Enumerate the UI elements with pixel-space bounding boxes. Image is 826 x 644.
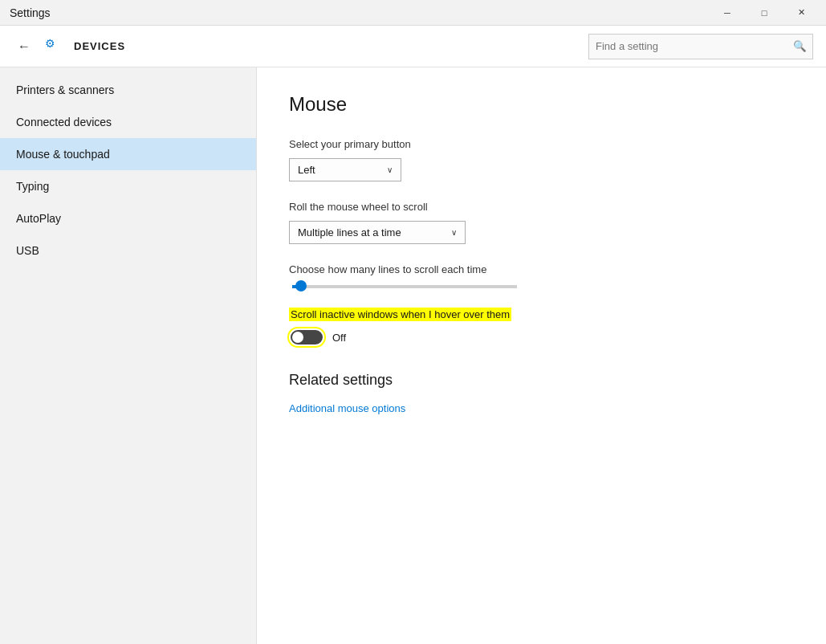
primary-button-section: Select your primary button Left ∨: [289, 138, 794, 181]
search-box[interactable]: 🔍: [588, 34, 813, 59]
content-area: Mouse Select your primary button Left ∨ …: [257, 67, 826, 644]
toggle-state-label: Off: [332, 332, 346, 344]
search-input[interactable]: [589, 40, 787, 52]
main-layout: Printers & scanners Connected devices Mo…: [0, 67, 826, 644]
additional-mouse-options-link[interactable]: Additional mouse options: [289, 402, 405, 414]
scroll-wheel-value: Multiple lines at a time: [298, 226, 401, 238]
chevron-down-icon: ∨: [387, 165, 393, 174]
search-button[interactable]: 🔍: [787, 34, 812, 59]
scroll-inactive-toggle[interactable]: [289, 328, 324, 346]
titlebar-left: Settings: [10, 6, 51, 19]
sidebar-item-label: Mouse & touchpad: [16, 148, 110, 161]
lines-scroll-section: Choose how many lines to scroll each tim…: [289, 263, 794, 288]
scroll-inactive-section: Scroll inactive windows when I hover ove…: [289, 308, 794, 346]
app-title: DEVICES: [74, 40, 125, 52]
sidebar-item-label: Typing: [16, 180, 49, 193]
maximize-button[interactable]: □: [746, 0, 783, 26]
minimize-button[interactable]: ─: [709, 0, 746, 26]
scroll-wheel-dropdown[interactable]: Multiple lines at a time ∨: [289, 221, 466, 244]
titlebar-title: Settings: [10, 6, 51, 19]
sidebar-item-typing[interactable]: Typing: [0, 170, 256, 202]
toggle-row: Off: [289, 328, 794, 346]
app-header: ← ⚙ DEVICES 🔍: [0, 26, 826, 67]
toggle-knob: [292, 332, 303, 343]
primary-button-label: Select your primary button: [289, 138, 794, 150]
scroll-inactive-label: Scroll inactive windows when I hover ove…: [289, 308, 511, 321]
related-settings-title: Related settings: [289, 372, 794, 389]
sidebar-item-usb[interactable]: USB: [0, 234, 256, 267]
scroll-wheel-label: Roll the mouse wheel to scroll: [289, 201, 794, 213]
primary-button-value: Left: [298, 164, 315, 176]
sidebar-item-label: AutoPlay: [16, 212, 61, 225]
slider-thumb[interactable]: [295, 280, 307, 291]
sidebar: Printers & scanners Connected devices Mo…: [0, 67, 257, 644]
sidebar-item-printers[interactable]: Printers & scanners: [0, 74, 256, 106]
close-button[interactable]: ✕: [783, 0, 820, 26]
titlebar: Settings ─ □ ✕: [0, 0, 826, 26]
related-settings-section: Related settings Additional mouse option…: [289, 372, 794, 414]
back-icon: ←: [18, 39, 31, 54]
sidebar-item-label: USB: [16, 244, 39, 257]
sidebar-item-connected[interactable]: Connected devices: [0, 106, 256, 138]
primary-button-dropdown[interactable]: Left ∨: [289, 158, 401, 181]
header-left: ← ⚙ DEVICES: [13, 35, 125, 58]
sidebar-item-label: Connected devices: [16, 116, 112, 128]
chevron-down-icon: ∨: [451, 228, 457, 237]
back-button[interactable]: ←: [13, 35, 35, 58]
scroll-inactive-label-wrapper: Scroll inactive windows when I hover ove…: [289, 308, 794, 320]
page-title: Mouse: [289, 93, 794, 116]
titlebar-controls: ─ □ ✕: [709, 0, 820, 26]
scroll-wheel-section: Roll the mouse wheel to scroll Multiple …: [289, 201, 794, 244]
lines-scroll-label: Choose how many lines to scroll each tim…: [289, 263, 794, 275]
search-icon: 🔍: [793, 40, 807, 52]
sidebar-item-autoplay[interactable]: AutoPlay: [0, 202, 256, 234]
sidebar-item-mouse[interactable]: Mouse & touchpad: [0, 138, 256, 170]
slider-track[interactable]: [292, 285, 517, 288]
gear-icon: ⚙: [45, 37, 64, 56]
sidebar-item-label: Printers & scanners: [16, 84, 114, 96]
